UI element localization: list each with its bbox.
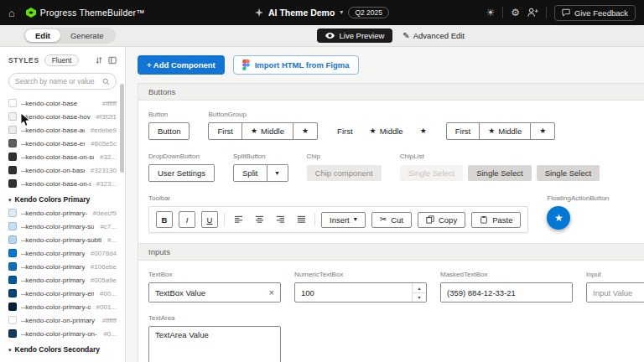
split-button-arrow[interactable]: ▾: [267, 164, 288, 182]
project-badge: Q2 2025: [348, 7, 389, 18]
color-swatch: [8, 262, 17, 271]
token-name: --kendo-color-base-active: [21, 127, 85, 134]
token-group-secondary[interactable]: ▾ Kendo Colors Secondary: [0, 340, 125, 356]
split-button-main[interactable]: Split: [233, 164, 267, 182]
token-value: #605e5c: [91, 140, 117, 147]
token-row-primary-subtle-hover[interactable]: --kendo-color-primary-subtle-ho... #c7..…: [0, 220, 125, 233]
token-row-on-primary[interactable]: --kendo-color-on-primary #ffffff: [0, 313, 125, 327]
token-row-primary-subtle[interactable]: --kendo-color-primary-subtle #deecf9: [0, 206, 125, 220]
insert-button[interactable]: Insert ▾: [321, 212, 366, 228]
advanced-edit-button[interactable]: ✎ Advanced Edit: [402, 31, 465, 40]
buttongroup-middle-label: Middle: [498, 127, 522, 136]
copy-button[interactable]: Copy: [418, 212, 465, 228]
token-row-primary-active[interactable]: --kendo-color-primary-active #005a9e: [0, 273, 125, 287]
dropdown-button[interactable]: User Settings: [148, 164, 215, 182]
chip-item[interactable]: Single Select: [468, 165, 531, 181]
chip[interactable]: Chip component: [307, 165, 382, 181]
align-justify-icon: [297, 215, 306, 224]
settings-gear-icon[interactable]: ⚙: [511, 8, 520, 18]
theme-badge[interactable]: Fluent: [44, 54, 80, 66]
insert-label: Insert: [330, 215, 350, 225]
align-justify-button[interactable]: [293, 212, 309, 227]
plain-input-field[interactable]: [593, 288, 644, 297]
token-row-primary-on-surface[interactable]: --kendo-color-primary-on-surface #0...: [0, 327, 125, 340]
token-row-primary-subtle-active[interactable]: --kendo-color-primary-subtle-act... #...: [0, 233, 125, 246]
sidebar-scrollbar-thumb[interactable]: [120, 84, 124, 173]
invite-user-icon[interactable]: [527, 8, 538, 18]
buttongroup-icon-button[interactable]: ★: [530, 122, 555, 140]
textbox-input[interactable]: [155, 288, 266, 297]
bold-button[interactable]: B: [156, 211, 173, 228]
token-row-primary-on-subtle[interactable]: --kendo-color-primary-on-subtle #001...: [0, 300, 125, 313]
edit-mode-button[interactable]: Edit: [25, 29, 60, 42]
topbar-actions: ☀ ⚙ Give Feedback: [486, 5, 636, 21]
clear-icon[interactable]: ×: [269, 288, 274, 297]
buttons-section-body: Button Button ButtonGroup First: [138, 101, 644, 243]
spinner-up-icon[interactable]: ▴: [413, 283, 426, 292]
token-row-base[interactable]: --kendo-color-base #ffffff: [0, 96, 125, 110]
buttongroup-middle-button[interactable]: ★ Middle: [242, 122, 293, 140]
star-icon: ★: [251, 127, 257, 135]
textarea-input[interactable]: TextArea Value: [148, 326, 281, 362]
numeric-input[interactable]: [301, 288, 408, 297]
field-label: FloatingActionButton: [547, 194, 609, 202]
collapse-panel-icon[interactable]: [108, 56, 117, 65]
token-value: #edebe9: [91, 127, 117, 134]
italic-button[interactable]: I: [179, 211, 195, 228]
field-label: TextBox: [148, 271, 281, 278]
search-input[interactable]: [15, 77, 99, 85]
token-row-base-on-subtle[interactable]: --kendo-color-base-on-subtle #32...: [0, 150, 125, 163]
generate-mode-button[interactable]: Generate: [60, 29, 114, 42]
token-row-base-hover[interactable]: --kendo-color-base-hover #f3f2f1: [0, 110, 125, 123]
masked-input[interactable]: [447, 288, 566, 297]
token-name: --kendo-color-primary: [21, 250, 85, 257]
import-figma-label: Import HTML from Figma: [255, 60, 350, 70]
paste-button[interactable]: Paste: [471, 212, 521, 228]
chip-item[interactable]: Single Select: [537, 165, 600, 181]
buttongroup-middle-button[interactable]: ★ Middle: [366, 123, 408, 139]
token-name: --kendo-color-primary-hover: [21, 263, 85, 271]
underline-button[interactable]: U: [201, 211, 218, 228]
field-chip: Chip Chip component: [307, 153, 382, 181]
token-value: #...: [107, 236, 117, 244]
spinner-down-icon[interactable]: ▾: [413, 292, 426, 303]
buttongroup-icon-button[interactable]: ★: [293, 122, 318, 140]
buttongroup-middle-button[interactable]: ★ Middle: [479, 122, 531, 140]
buttongroup-icon-button[interactable]: ★: [416, 123, 431, 139]
theme-toggle-icon[interactable]: ☀: [486, 8, 496, 18]
align-right-button[interactable]: [273, 212, 288, 227]
star-icon: ★: [420, 127, 427, 135]
home-icon[interactable]: ⌂: [8, 8, 15, 18]
buttongroup-first-button[interactable]: First: [208, 122, 242, 140]
field-label: DropDownButton: [148, 153, 215, 160]
sparkle-icon: [255, 8, 263, 17]
token-row-base-active[interactable]: --kendo-color-base-active #edebe9: [0, 123, 125, 137]
align-center-button[interactable]: [252, 212, 267, 227]
give-feedback-button[interactable]: Give Feedback: [554, 5, 636, 21]
field-numerictextbox: NumericTextBox ▴ ▾: [294, 271, 427, 303]
token-search[interactable]: [8, 73, 117, 90]
cut-button[interactable]: ✂ Cut: [371, 212, 412, 228]
token-row-primary-hover[interactable]: --kendo-color-primary-hover #106ebe: [0, 260, 125, 273]
token-group-primary[interactable]: ▾ Kendo Colors Primary: [0, 190, 125, 206]
token-name: --kendo-color-base-emphasis: [21, 140, 85, 147]
buttongroup-first-button[interactable]: First: [446, 122, 480, 140]
kendo-button[interactable]: Button: [148, 122, 190, 140]
add-component-button[interactable]: + Add Component: [138, 55, 225, 75]
live-preview-button[interactable]: Live Preview: [317, 28, 392, 43]
import-figma-button[interactable]: Import HTML from Figma: [233, 55, 359, 75]
token-name: --kendo-color-primary-on-subtle: [21, 303, 91, 311]
token-row-base-on-surface[interactable]: --kendo-color-base-on-surface #323...: [0, 177, 125, 190]
token-row-on-base[interactable]: --kendo-color-on-base #323130: [0, 163, 125, 177]
color-swatch: [8, 289, 17, 297]
align-left-button[interactable]: [231, 212, 246, 227]
floating-action-button[interactable]: ★: [547, 206, 570, 230]
token-row-base-emphasis[interactable]: --kendo-color-base-emphasis #605e5c: [0, 137, 125, 150]
sort-icon[interactable]: [95, 56, 103, 65]
chip-item[interactable]: Single Select: [400, 165, 463, 181]
token-value: #106ebe: [91, 263, 117, 271]
project-switcher[interactable]: AI Theme Demo ▾ Q2 2025: [255, 7, 389, 18]
buttongroup-first-button[interactable]: First: [333, 123, 356, 139]
token-row-primary-emphasis[interactable]: --kendo-color-primary-emphasis #00...: [0, 287, 125, 300]
token-row-primary[interactable]: --kendo-color-primary #0078d4: [0, 246, 125, 260]
